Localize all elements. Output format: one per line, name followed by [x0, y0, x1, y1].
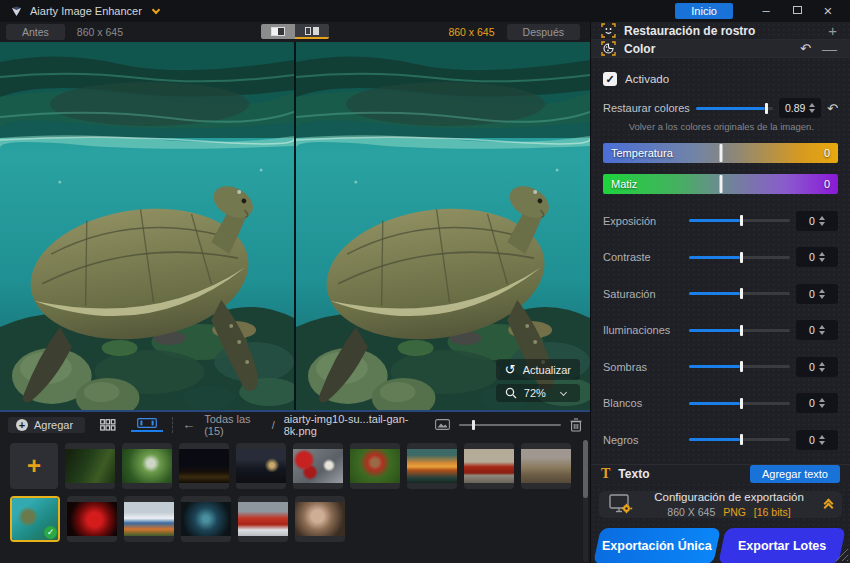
sidebar: Restauración de rostro + Color ↶ — ✓ Act…	[590, 22, 850, 563]
thumbnail-size-slider[interactable]	[459, 424, 561, 426]
zoom-control[interactable]: 72%	[496, 384, 580, 402]
thumbnail-red-fish[interactable]	[67, 496, 117, 542]
refresh-button[interactable]: ↺ Actualizar	[496, 359, 580, 380]
blancos-spinner[interactable]	[819, 398, 825, 408]
contraste-label: Contraste	[603, 251, 683, 263]
contraste-spinner[interactable]	[819, 252, 825, 262]
export-single-button[interactable]: Exportación Única	[593, 528, 721, 563]
thumbnail-red-flowers-hummingbird[interactable]	[293, 443, 343, 489]
after-image[interactable]: ↺ Actualizar 72%	[296, 42, 590, 410]
face-restore-title: Restauración de rostro	[624, 24, 817, 38]
restore-undo-icon[interactable]: ↶	[827, 101, 838, 116]
filmstrip-view-button[interactable]	[131, 418, 163, 432]
enabled-checkbox[interactable]: ✓	[603, 72, 617, 86]
sombras-slider[interactable]	[689, 365, 790, 368]
thumbnail-sunset-lake[interactable]	[407, 443, 457, 489]
plus-icon: +	[16, 419, 28, 431]
hue-slider[interactable]: Matiz 0	[603, 174, 838, 194]
viewer-controls: ↺ Actualizar 72%	[496, 359, 580, 402]
current-filename: aiarty-img10-su...tail-gan-8k.png	[284, 413, 418, 437]
thumbnail-woman-portrait[interactable]	[295, 496, 345, 542]
restore-colors-value[interactable]: 0.89	[779, 98, 821, 118]
thumbnail-forest-bird[interactable]	[65, 443, 115, 489]
blancos-slider[interactable]	[689, 402, 790, 405]
export-settings[interactable]: Configuración de exportación 860 X 645 P…	[599, 491, 842, 518]
sombras-spinner[interactable]	[819, 362, 825, 372]
thumbnail-graffiti[interactable]	[181, 496, 231, 542]
before-image[interactable]	[0, 42, 294, 410]
exposicion-value[interactable]: 0	[796, 211, 838, 231]
negros-slider[interactable]	[689, 438, 790, 441]
color-panel-header[interactable]: Color ↶ —	[591, 40, 850, 58]
saturacion-value[interactable]: 0	[796, 284, 838, 304]
tab-before[interactable]: Antes	[6, 24, 65, 40]
add-text-button[interactable]: Agregar texto	[750, 465, 840, 483]
thumbnail-scrollbar[interactable]	[583, 440, 588, 562]
restore-colors-slider[interactable]	[696, 107, 773, 110]
add-images-button[interactable]: + Agregar	[8, 417, 85, 433]
thumbnail-lake-dusk[interactable]	[236, 443, 286, 489]
color-collapse-button[interactable]: —	[819, 40, 840, 57]
face-restore-panel-header[interactable]: Restauración de rostro +	[591, 22, 850, 40]
blancos-value[interactable]: 0	[796, 393, 838, 413]
thumbnail-white-building[interactable]	[124, 496, 174, 542]
exposicion-label: Exposición	[603, 215, 683, 227]
sombras-label: Sombras	[603, 361, 683, 373]
export-batch-button[interactable]: Exportar Lotes	[718, 528, 846, 563]
maximize-button[interactable]	[785, 1, 809, 21]
thumbnail-city-night[interactable]	[179, 443, 229, 489]
thumbnail-girl-portrait[interactable]	[350, 443, 400, 489]
trash-icon[interactable]	[570, 418, 582, 432]
exposicion-spinner[interactable]	[819, 216, 825, 226]
enabled-label: Activado	[625, 73, 669, 85]
grid-view-button[interactable]	[94, 419, 122, 431]
split-view-icon	[271, 27, 285, 36]
color-undo-icon[interactable]: ↶	[800, 41, 811, 56]
thumbnail-sea-turtle-selected[interactable]: ✓	[10, 496, 60, 542]
sombras-value[interactable]: 0	[796, 357, 838, 377]
face-restore-add-button[interactable]: +	[825, 22, 840, 39]
hue-handle[interactable]	[719, 175, 722, 193]
thumbnail-heron[interactable]	[122, 443, 172, 489]
negros-spinner[interactable]	[819, 435, 825, 445]
side-by-side-view-button[interactable]	[295, 24, 329, 39]
split-view-button[interactable]	[261, 24, 295, 39]
thumbnail-grid: + ✓	[0, 437, 590, 561]
negros-value[interactable]: 0	[796, 430, 838, 450]
tab-after[interactable]: Después	[507, 24, 580, 40]
thumbnail-classic-car[interactable]	[464, 443, 514, 489]
back-arrow-button[interactable]: ←	[182, 417, 195, 432]
slider-row-saturacion: Saturación 0	[603, 284, 838, 304]
text-panel-header[interactable]: T Texto Agregar texto	[591, 464, 850, 483]
minimize-button[interactable]: –	[754, 1, 778, 21]
chevron-down-icon[interactable]	[152, 5, 160, 13]
thumbnail-add-image[interactable]: +	[10, 443, 58, 489]
iluminaciones-value[interactable]: 0	[796, 320, 838, 340]
slider-handle[interactable]	[472, 420, 475, 430]
thumbnail-village-street[interactable]	[521, 443, 571, 489]
scrollbar-thumb[interactable]	[583, 440, 588, 498]
iluminaciones-slider[interactable]	[689, 329, 790, 332]
temperature-slider[interactable]: Temperatura 0	[603, 143, 838, 163]
exposicion-slider[interactable]	[689, 219, 790, 222]
view-mode-toggles	[261, 24, 329, 39]
export-collapse-chevrons[interactable]	[825, 500, 832, 508]
browser-toolbar: + Agregar ← Todas las (15) / aiarty-img1…	[0, 412, 590, 437]
text-panel-title: Texto	[618, 467, 742, 481]
iluminaciones-spinner[interactable]	[819, 325, 825, 335]
home-button[interactable]: Inicio	[675, 3, 733, 19]
export-bit-depth: [16 bits]	[754, 506, 791, 518]
contraste-value[interactable]: 0	[796, 247, 838, 267]
file-browser: + Agregar ← Todas las (15) / aiarty-img1…	[0, 410, 590, 563]
face-restore-icon	[601, 23, 616, 38]
close-button[interactable]: ×	[816, 1, 840, 21]
breadcrumb-all[interactable]: Todas las (15)	[204, 413, 263, 437]
saturacion-spinner[interactable]	[819, 289, 825, 299]
temperature-handle[interactable]	[719, 144, 722, 162]
export-size: 860 X 645	[667, 506, 715, 518]
refresh-label: Actualizar	[523, 364, 571, 376]
thumbnail-red-train[interactable]	[238, 496, 288, 542]
contraste-slider[interactable]	[689, 256, 790, 259]
saturacion-slider[interactable]	[689, 292, 790, 295]
restore-spinner[interactable]	[809, 103, 815, 113]
